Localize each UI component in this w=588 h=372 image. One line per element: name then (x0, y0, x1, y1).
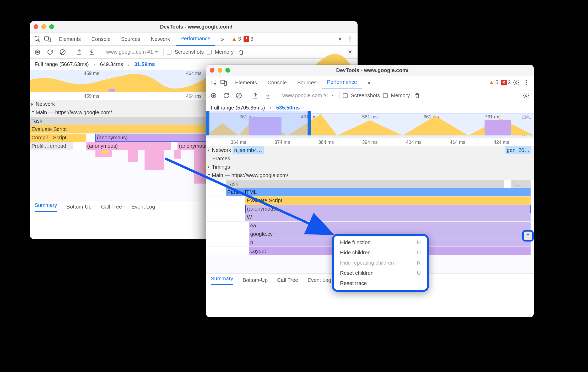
flame-row[interactable]: Evaluate Script (206, 196, 534, 205)
upload-icon[interactable] (251, 91, 260, 100)
ruler-tick: 414 ms (436, 138, 479, 146)
tab-console[interactable]: Console (87, 32, 115, 46)
device-toggle-icon[interactable] (43, 35, 52, 43)
titlebar: DevTools - www.google.com/ (30, 21, 358, 32)
inspect-icon[interactable] (209, 78, 218, 87)
svg-point-3 (339, 38, 341, 40)
upload-icon[interactable] (75, 48, 84, 57)
tab-summary[interactable]: Summary (35, 202, 57, 212)
flame-compile-script[interactable]: Compil…Script (30, 134, 86, 142)
tab-event-log[interactable]: Event Log (131, 204, 155, 210)
perf-toolbar: www.google.com #1 Screenshots Memory (206, 89, 534, 102)
zoom-dot-icon[interactable] (225, 68, 230, 73)
screenshots-checkbox[interactable] (343, 93, 348, 98)
device-toggle-icon[interactable] (219, 78, 228, 87)
screenshots-checkbox[interactable] (167, 50, 171, 54)
crumb-full[interactable]: Full range (5705.85ms) (211, 105, 265, 111)
ctx-hide-children[interactable]: Hide childrenC (334, 248, 427, 258)
warning-badge[interactable]: ▲5 (489, 79, 498, 85)
capture-settings-icon[interactable] (346, 48, 354, 57)
flame-profiling-overhead[interactable]: Profili…erhead (30, 142, 73, 150)
network-track-header[interactable]: Network n,jsa,mb4… gen_20… (206, 146, 534, 155)
network-request-chip[interactable]: n,jsa,mb4… (233, 146, 264, 154)
tab-elements[interactable]: Elements (54, 32, 85, 46)
flame-fn-w[interactable]: W (245, 213, 531, 221)
kebab-icon[interactable] (522, 78, 531, 87)
flame-task[interactable]: Task (226, 180, 504, 188)
reload-record-icon[interactable] (222, 91, 231, 100)
kebab-icon[interactable] (346, 35, 354, 43)
memory-checkbox[interactable] (383, 93, 388, 98)
tab-call-tree[interactable]: Call Tree (277, 277, 298, 283)
flame-row[interactable]: W (206, 213, 534, 222)
ctx-reset-trace[interactable]: Reset trace (334, 278, 427, 288)
error-badge[interactable]: ✕2 (501, 79, 511, 85)
crumb-leaf[interactable]: 535.50ms (276, 105, 300, 111)
reload-record-icon[interactable] (46, 48, 55, 57)
window-title: DevTools - www.google.com/ (54, 24, 338, 30)
settings-icon[interactable] (336, 35, 344, 43)
flame-fn-ea[interactable]: ea (249, 222, 531, 230)
ctx-hide-function[interactable]: Hide functionH (334, 237, 427, 248)
tab-event-log[interactable]: Event Log (308, 277, 331, 283)
tab-bottom-up[interactable]: Bottom-Up (243, 277, 268, 283)
ruler-tick: 394 ms (348, 138, 392, 146)
tab-elements[interactable]: Elements (230, 76, 262, 89)
flame-row[interactable]: Parse HTML (206, 188, 534, 196)
recording-select[interactable]: www.google.com #1 (103, 48, 160, 56)
timeline-overview[interactable]: 361 ms 461 ms 561 ms 661 ms 761 ms CPU N… (206, 113, 534, 138)
warning-badge[interactable]: ▲3 (231, 36, 241, 42)
ctx-reset-children[interactable]: Reset childrenU (334, 268, 427, 278)
flame-row[interactable]: (anonymous) (206, 205, 534, 213)
flame-row[interactable]: ea (206, 222, 534, 230)
tab-network[interactable]: Network (146, 32, 175, 46)
record-icon[interactable] (33, 48, 42, 57)
memory-checkbox[interactable] (207, 50, 212, 54)
tab-performance[interactable]: Performance (176, 32, 215, 46)
capture-settings-icon[interactable] (522, 91, 531, 100)
minimize-dot-icon[interactable] (41, 24, 46, 29)
crumb-full[interactable]: Full range (5667.63ms) (35, 61, 89, 67)
tab-call-tree[interactable]: Call Tree (101, 204, 122, 210)
frames-track-header[interactable]: Frames (206, 155, 534, 163)
gc-icon[interactable] (237, 48, 246, 57)
crumb-mid[interactable]: 649.34ms (100, 61, 123, 67)
network-request-chip[interactable]: gen_20… (505, 146, 531, 154)
flame-entry-dropdown-button[interactable] (522, 230, 534, 242)
record-icon[interactable] (209, 91, 218, 100)
flame-parse-html[interactable]: Parse HTML (226, 188, 531, 196)
clear-icon[interactable] (234, 91, 243, 100)
close-dot-icon[interactable] (34, 24, 38, 29)
error-badge[interactable]: !3 (244, 36, 253, 42)
inspect-icon[interactable] (33, 35, 42, 43)
tab-sources[interactable]: Sources (293, 76, 321, 89)
main-track-header[interactable]: Main — https://www.google.com/ (206, 171, 534, 180)
tabs-more[interactable]: » (216, 32, 229, 46)
download-icon[interactable] (87, 48, 96, 57)
tab-sources[interactable]: Sources (116, 32, 145, 46)
tab-console[interactable]: Console (263, 76, 291, 89)
flame-task[interactable]: T… (511, 180, 531, 188)
clear-icon[interactable] (58, 48, 67, 57)
tabs-more[interactable]: » (363, 76, 375, 89)
minimize-dot-icon[interactable] (218, 68, 222, 73)
close-dot-icon[interactable] (210, 68, 214, 73)
flame-row[interactable]: Task T… (206, 180, 534, 188)
settings-icon[interactable] (512, 78, 521, 87)
gc-icon[interactable] (413, 91, 422, 100)
tab-summary[interactable]: Summary (211, 276, 233, 285)
flame-evaluate-script[interactable]: Evaluate Script (245, 196, 531, 205)
ruler-tick: 459 ms (40, 92, 143, 100)
ruler[interactable]: 364 ms 374 ms 384 ms 394 ms 404 ms 414 m… (206, 138, 534, 146)
svg-rect-14 (145, 150, 164, 170)
crumb-leaf[interactable]: 31.59ms (134, 61, 155, 67)
download-icon[interactable] (263, 91, 272, 100)
zoom-dot-icon[interactable] (49, 24, 54, 29)
chevron-right-icon: › (94, 61, 95, 67)
flame-anonymous[interactable]: (anonymous) (86, 142, 171, 150)
tab-bottom-up[interactable]: Bottom-Up (67, 204, 92, 210)
recording-select[interactable]: www.google.com #1 (279, 91, 336, 100)
window-title: DevTools - www.google.com/ (230, 67, 514, 73)
timings-track-header[interactable]: Timings (206, 163, 534, 171)
tab-performance[interactable]: Performance (322, 75, 362, 89)
